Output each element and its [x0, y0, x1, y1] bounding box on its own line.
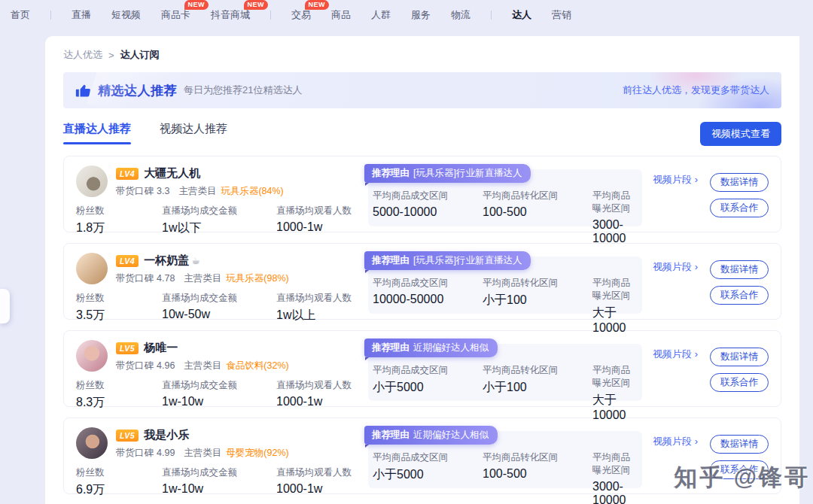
reason-label: 推荐理由: [372, 342, 410, 353]
category-label: 主营类目: [184, 360, 221, 371]
video-clip-link[interactable]: 视频片段: [653, 260, 698, 310]
metric-deal-range: 平均商品成交区间 10000-50000: [373, 277, 483, 335]
data-detail-button[interactable]: 数据详情: [710, 260, 769, 279]
reason-label: 推荐理由: [372, 255, 410, 266]
category-value[interactable]: 玩具乐器(98%): [226, 273, 288, 284]
metric-label: 平均商品曝光区间: [592, 190, 635, 215]
stat-label: 粉丝数: [76, 205, 162, 217]
side-drawer-handle[interactable]: [0, 289, 10, 323]
nav-item[interactable]: 商品卡 NEW: [161, 8, 190, 22]
influencer-name[interactable]: 大疆无人机: [144, 166, 200, 181]
nav-item[interactable]: 服务: [411, 8, 431, 22]
avatar[interactable]: [76, 427, 108, 459]
metric-value: 5000-10000: [373, 205, 483, 219]
category-value[interactable]: 玩具乐器(84%): [221, 186, 283, 196]
metric-label: 平均商品转化区间: [483, 190, 592, 202]
influencer-card: LV4 大疆无人机 带货口碑3.3主营类目玩具乐器(84%) 粉丝数 1.8万 …: [63, 156, 781, 232]
profile-info: LV4 大疆无人机 带货口碑3.3主营类目玩具乐器(84%): [116, 165, 284, 198]
contact-button[interactable]: 联系合作: [710, 460, 769, 479]
reputation-label: 带货口碑: [116, 448, 154, 458]
video-clip-link[interactable]: 视频片段: [653, 173, 698, 223]
data-detail-button[interactable]: 数据详情: [710, 348, 769, 366]
stat-value: 8.3万: [76, 395, 162, 411]
nav-item[interactable]: 短视频: [111, 8, 141, 22]
metric-exposure-range: 平均商品曝光区间 大于10000: [592, 364, 635, 422]
nav-item[interactable]: 营销: [552, 8, 571, 22]
reason-text: [玩具乐器]行业新直播达人: [413, 168, 522, 178]
metric-exposure-range: 平均商品曝光区间 3000-10000: [592, 451, 635, 504]
influencer-name[interactable]: 我是小乐: [144, 428, 189, 442]
contact-button[interactable]: 联系合作: [710, 199, 769, 217]
metric-value: 3000-10000: [592, 480, 635, 504]
stat-label: 直播场均成交金额: [162, 205, 276, 217]
metric-value: 小于5000: [373, 467, 483, 483]
data-detail-button[interactable]: 数据详情: [710, 173, 769, 192]
influencer-name[interactable]: 杨唯一: [144, 341, 178, 355]
stats-row: 粉丝数 1.8万 直播场均成交金额 1w以下 直播场均观看人数 1000-1w: [76, 205, 356, 236]
influencer-name[interactable]: 一杯奶盖: [144, 254, 189, 268]
stat-viewers: 直播场均观看人数 1000-1w: [276, 379, 356, 411]
tab-live-recommend[interactable]: 直播达人推荐: [63, 122, 131, 144]
nav-item[interactable]: 首页: [11, 8, 30, 22]
reputation-label: 带货口碑: [116, 186, 154, 196]
nav-item-label: 营销: [552, 9, 571, 20]
nav-item[interactable]: 直播: [72, 8, 91, 22]
stats-row: 粉丝数 6.9万 直播场均成交金额 1w-10w 直播场均观看人数 1000-1…: [76, 466, 356, 498]
nav-item[interactable]: 物流: [451, 8, 470, 22]
contact-button[interactable]: 联系合作: [710, 286, 769, 305]
recommendation-banner: 精选达人推荐 每日为您推荐21位精选达人 前往达人优选，发现更多带货达人: [63, 72, 781, 108]
recommendation-box: 推荐理由近期偏好达人相似 平均商品成交区间 小于5000 平均商品转化区间 10…: [368, 431, 642, 488]
nav-item-label: 物流: [451, 9, 470, 20]
reason-label: 推荐理由: [372, 430, 410, 440]
video-clip-link[interactable]: 视频片段: [653, 348, 698, 397]
stat-label: 直播场均观看人数: [276, 466, 356, 479]
stat-value: 10w-50w: [162, 308, 276, 321]
level-badge: LV4: [116, 255, 139, 267]
action-buttons: 数据详情 联系合作: [710, 348, 769, 397]
nav-separator: [491, 11, 492, 20]
action-buttons: 数据详情 联系合作: [710, 260, 769, 310]
category-value[interactable]: 食品饮料(32%): [226, 360, 288, 371]
metric-label: 平均商品曝光区间: [592, 277, 635, 302]
profile-info: LV5 杨唯一 带货口碑4.96主营类目食品饮料(32%): [116, 340, 289, 372]
reason-label: 推荐理由: [372, 168, 410, 178]
video-clip-link[interactable]: 视频片段: [653, 435, 698, 484]
reason-badge: 推荐理由[玩具乐器]行业新直播达人: [364, 251, 531, 270]
name-row: LV4 一杯奶盖 ☕: [116, 254, 289, 268]
nav-item[interactable]: 商品: [331, 8, 351, 22]
data-detail-button[interactable]: 数据详情: [710, 435, 769, 454]
metrics-row: 平均商品成交区间 小于5000 平均商品转化区间 100-500 平均商品曝光区…: [373, 451, 635, 504]
nav-item[interactable]: 人群: [371, 8, 391, 22]
stat-value: 6.9万: [76, 482, 162, 498]
nav-item-label: 直播: [72, 9, 91, 20]
stat-fans: 粉丝数 8.3万: [76, 379, 162, 411]
reputation-value: 4.78: [157, 273, 175, 284]
stat-gmv: 直播场均成交金额 10w-50w: [162, 292, 276, 323]
card-right-section: 视频片段 数据详情 联系合作: [653, 427, 769, 484]
banner-link[interactable]: 前往达人优选，发现更多带货达人: [623, 83, 769, 97]
nav-item[interactable]: 达人: [512, 8, 531, 22]
stats-row: 粉丝数 3.5万 直播场均成交金额 10w-50w 直播场均观看人数 1w以上: [76, 292, 356, 323]
card-left-section: LV5 杨唯一 带货口碑4.96主营类目食品饮料(32%) 粉丝数 8.3万 直…: [76, 340, 356, 397]
avatar[interactable]: [76, 165, 108, 197]
nav-item[interactable]: 交易 NEW: [291, 8, 311, 22]
influencer-card: LV5 我是小乐 带货口碑4.99主营类目母婴宠物(92%) 粉丝数 6.9万 …: [63, 417, 781, 494]
nav-item[interactable]: 抖音商城 NEW: [211, 8, 250, 22]
tab-video-recommend[interactable]: 视频达人推荐: [160, 122, 227, 144]
breadcrumb-current: 达人订阅: [120, 48, 160, 62]
banner-subtitle: 每日为您推荐21位精选达人: [184, 83, 302, 97]
breadcrumb-parent[interactable]: 达人优选: [63, 48, 102, 62]
avatar[interactable]: [76, 340, 108, 372]
metric-label: 平均商品曝光区间: [592, 364, 635, 390]
nav-item-label: 商品: [331, 9, 351, 20]
metric-deal-range: 平均商品成交区间 小于5000: [373, 451, 483, 504]
video-mode-button[interactable]: 视频模式查看: [700, 122, 781, 146]
metric-conversion-range: 平均商品转化区间 小于100: [483, 277, 592, 335]
card-right-section: 视频片段 数据详情 联系合作: [653, 340, 769, 397]
avatar[interactable]: [76, 253, 108, 284]
reason-text: 近期偏好达人相似: [413, 342, 489, 353]
contact-button[interactable]: 联系合作: [710, 373, 769, 392]
stat-gmv: 直播场均成交金额 1w以下: [162, 205, 276, 236]
category-value[interactable]: 母婴宠物(92%): [226, 448, 288, 458]
stat-value: 1000-1w: [276, 220, 356, 234]
